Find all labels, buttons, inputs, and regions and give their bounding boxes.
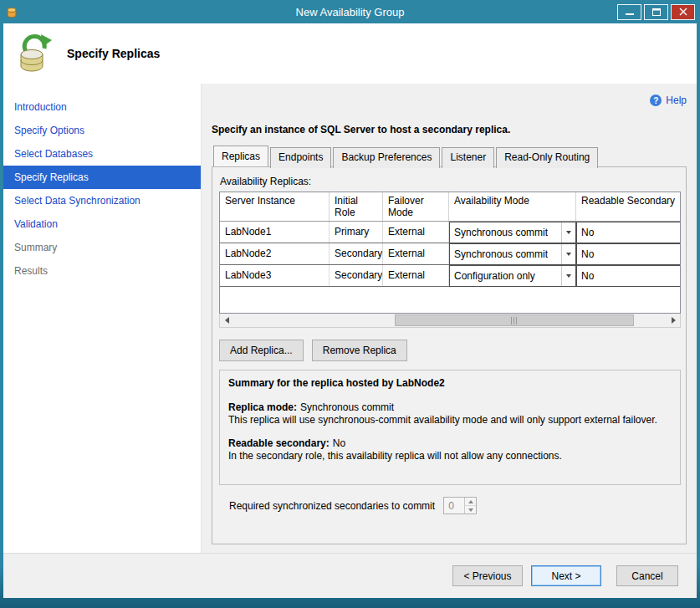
table-row: LabNode1 Primary External Synchronous co… xyxy=(220,222,681,243)
replica-mode-value: Synchronous commit xyxy=(300,401,394,413)
readable-secondary-value: No xyxy=(581,227,594,238)
cancel-button[interactable]: Cancel xyxy=(616,565,678,586)
readable-secondary-value: No xyxy=(581,270,594,282)
dialog-body: Specify Replicas Introduction Specify Op… xyxy=(3,23,697,598)
table-row: LabNode3 Secondary External Configuratio… xyxy=(220,265,681,287)
commit-secondaries-stepper[interactable]: 0 xyxy=(443,497,477,514)
readable-secondary-dropdown[interactable]: No xyxy=(576,265,681,287)
tab-label: Listener xyxy=(450,151,486,163)
col-availability-mode: Availability Mode xyxy=(449,192,576,221)
wizard-header: Specify Replicas xyxy=(3,23,697,84)
next-button[interactable]: Next > xyxy=(531,565,601,586)
close-button[interactable] xyxy=(671,4,695,20)
maximize-button[interactable] xyxy=(644,4,668,20)
maximize-icon xyxy=(652,8,661,16)
arrow-left-icon[interactable] xyxy=(220,314,233,327)
chevron-down-icon[interactable] xyxy=(561,222,575,243)
replica-mode-description: This replica will use synchronous-commit… xyxy=(228,414,672,427)
readable-secondary-label: Readable secondary: xyxy=(228,437,330,449)
cell-failover-mode: External xyxy=(383,243,449,264)
commit-secondaries-label: Required synchronized secondaries to com… xyxy=(229,500,435,512)
minimize-button[interactable] xyxy=(617,4,641,20)
readable-secondary-value: No xyxy=(581,248,594,260)
cell-initial-role: Secondary xyxy=(330,265,383,286)
col-server-instance: Server Instance xyxy=(220,192,330,221)
summary-title: Summary for the replica hosted by LabNod… xyxy=(228,377,672,390)
window-controls xyxy=(617,4,695,20)
cell-server-instance: LabNode2 xyxy=(220,243,330,264)
availability-mode-dropdown[interactable]: Synchronous commit xyxy=(449,222,576,243)
add-replica-button[interactable]: Add Replica... xyxy=(219,340,304,361)
sidebar-item-specify-replicas[interactable]: Specify Replicas xyxy=(3,166,201,189)
tab-strip: Replicas Endpoints Backup Preferences Li… xyxy=(212,146,687,166)
stepper-buttons xyxy=(464,498,476,513)
cell-initial-role: Primary xyxy=(330,222,383,243)
grid-header-row: Server Instance Initial Role Failover Mo… xyxy=(220,192,681,222)
horizontal-scrollbar[interactable] xyxy=(219,314,681,328)
previous-button[interactable]: < Previous xyxy=(452,565,523,586)
tab-label: Endpoints xyxy=(278,151,323,163)
remove-replica-button[interactable]: Remove Replica xyxy=(312,340,407,361)
chevron-down-icon[interactable] xyxy=(561,244,575,264)
arrow-right-icon[interactable] xyxy=(667,314,680,327)
window-title: New Availability Group xyxy=(296,6,405,18)
availability-mode-value: Synchronous commit xyxy=(454,227,548,238)
arrow-up-icon[interactable] xyxy=(465,498,476,506)
sidebar-item-introduction[interactable]: Introduction xyxy=(3,95,201,119)
database-sync-icon xyxy=(15,31,54,77)
tab-read-only-routing[interactable]: Read-Only Routing xyxy=(496,147,598,168)
sidebar-item-validation[interactable]: Validation xyxy=(3,212,201,236)
col-readable-secondary: Readable Secondary xyxy=(576,192,681,221)
replica-actions: Add Replica... Remove Replica xyxy=(219,340,679,361)
tab-listener[interactable]: Listener xyxy=(442,147,494,168)
scrollbar-grip xyxy=(511,317,519,324)
replica-summary-box: Summary for the replica hosted by LabNod… xyxy=(219,370,681,485)
sidebar-item-specify-options[interactable]: Specify Options xyxy=(3,119,201,142)
sidebar-item-select-data-synchronization[interactable]: Select Data Synchronization xyxy=(3,189,201,212)
tab-label: Read-Only Routing xyxy=(504,151,590,163)
cell-failover-mode: External xyxy=(383,265,449,286)
sidebar-item-label: Select Data Synchronization xyxy=(14,195,141,207)
main-pane: ? Help Specify an instance of SQL Server… xyxy=(202,84,697,553)
help-link[interactable]: ? Help xyxy=(212,94,687,107)
close-icon xyxy=(679,8,687,16)
content-area: Introduction Specify Options Select Data… xyxy=(3,84,697,553)
scrollbar-thumb[interactable] xyxy=(395,314,634,326)
sidebar-item-results: Results xyxy=(3,259,201,283)
sidebar-item-label: Validation xyxy=(14,218,58,230)
instruction-text: Specify an instance of SQL Server to hos… xyxy=(212,124,687,135)
minimize-icon xyxy=(626,8,634,16)
col-initial-role: Initial Role xyxy=(330,192,383,221)
tab-backup-preferences[interactable]: Backup Preferences xyxy=(333,147,440,168)
availability-mode-dropdown[interactable]: Synchronous commit xyxy=(449,243,576,265)
help-question-icon: ? xyxy=(650,95,662,106)
sidebar-item-label: Summary xyxy=(14,242,57,253)
replicas-tab-panel: Availability Replicas: Server Instance I… xyxy=(212,166,687,544)
chevron-down-icon[interactable] xyxy=(561,266,575,286)
sidebar-item-label: Introduction xyxy=(14,101,67,113)
readable-secondary-dropdown[interactable]: No xyxy=(576,243,681,265)
tab-replicas[interactable]: Replicas xyxy=(213,146,268,166)
table-row: LabNode2 Secondary External Synchronous … xyxy=(220,243,681,265)
sidebar-item-label: Specify Replicas xyxy=(14,171,89,183)
tab-endpoints[interactable]: Endpoints xyxy=(270,147,331,168)
sidebar-item-label: Select Databases xyxy=(14,148,93,160)
cell-failover-mode: External xyxy=(383,222,449,243)
availability-mode-dropdown[interactable]: Configuration only xyxy=(449,265,576,287)
cell-server-instance: LabNode1 xyxy=(220,222,330,243)
readable-secondary-dropdown[interactable]: No xyxy=(576,222,681,243)
new-availability-group-window: New Availability Group xyxy=(0,0,700,608)
replica-mode-label: Replica mode: xyxy=(228,401,297,413)
replica-mode-line: Replica mode:Synchronous commit xyxy=(228,401,672,414)
database-icon xyxy=(5,5,18,18)
sidebar-item-select-databases[interactable]: Select Databases xyxy=(3,142,201,166)
titlebar[interactable]: New Availability Group xyxy=(3,0,697,23)
availability-replicas-label: Availability Replicas: xyxy=(220,176,679,187)
replicas-grid[interactable]: Server Instance Initial Role Failover Mo… xyxy=(219,192,681,314)
sidebar-item-label: Specify Options xyxy=(14,125,84,136)
tab-label: Replicas xyxy=(222,151,260,162)
help-label: Help xyxy=(666,95,687,106)
availability-mode-value: Synchronous commit xyxy=(454,248,548,260)
arrow-down-icon[interactable] xyxy=(465,506,476,513)
readable-secondary-value: No xyxy=(333,437,345,449)
